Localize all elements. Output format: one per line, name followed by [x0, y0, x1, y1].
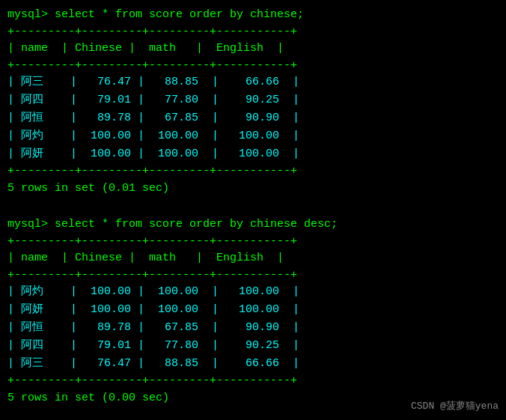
watermark: CSDN @菠萝猫yena	[411, 399, 499, 413]
table2-header: | name | Chinese | math | English |	[7, 249, 499, 267]
query2-section: mysql> select * from score order by chin…	[7, 216, 499, 404]
table1-header: | name | Chinese | math | English |	[7, 40, 499, 58]
table2-bottom-border: +---------+---------+---------+---------…	[7, 373, 499, 389]
table-row: | 阿恒 | 89.78 | 67.85 | 90.90 |	[7, 319, 499, 337]
terminal-container: mysql> select * from score order by chin…	[7, 6, 499, 404]
blank-line	[7, 198, 499, 216]
prompt1: mysql>	[7, 8, 55, 21]
query2-text: select * from score order by chinese des…	[55, 218, 338, 231]
table-row: | 阿四 | 79.01 | 77.80 | 90.25 |	[7, 337, 499, 355]
table1-top-border: +---------+---------+---------+---------…	[7, 24, 499, 40]
table1-header-border: +---------+---------+---------+---------…	[7, 58, 499, 73]
table2-top-border: +---------+---------+---------+---------…	[7, 234, 499, 249]
table-row: | 阿妍 | 100.00 | 100.00 | 100.00 |	[7, 301, 499, 319]
query1-command: mysql> select * from score order by chin…	[7, 6, 499, 24]
table2-header-border: +---------+---------+---------+---------…	[7, 267, 499, 283]
table-row: | 阿四 | 79.01 | 77.80 | 90.25 |	[7, 91, 499, 109]
table-row: | 阿三 | 76.47 | 88.85 | 66.66 |	[7, 73, 499, 91]
table-row: | 阿恒 | 89.78 | 67.85 | 90.90 |	[7, 109, 499, 127]
table2-body: | 阿灼 | 100.00 | 100.00 | 100.00 || 阿妍 | …	[7, 283, 499, 373]
table-row: | 阿三 | 76.47 | 88.85 | 66.66 |	[7, 355, 499, 373]
result1-text: 5 rows in set (0.01 sec)	[7, 182, 499, 195]
table-row: | 阿灼 | 100.00 | 100.00 | 100.00 |	[7, 127, 499, 145]
table1-bottom-border: +---------+---------+---------+---------…	[7, 163, 499, 179]
query1-text: select * from score order by chinese;	[55, 8, 304, 21]
table1-body: | 阿三 | 76.47 | 88.85 | 66.66 || 阿四 | 79.…	[7, 73, 499, 163]
table-row: | 阿妍 | 100.00 | 100.00 | 100.00 |	[7, 145, 499, 163]
query2-command: mysql> select * from score order by chin…	[7, 216, 499, 234]
table-row: | 阿灼 | 100.00 | 100.00 | 100.00 |	[7, 283, 499, 301]
prompt2: mysql>	[7, 218, 55, 231]
query1-section: mysql> select * from score order by chin…	[7, 6, 499, 195]
